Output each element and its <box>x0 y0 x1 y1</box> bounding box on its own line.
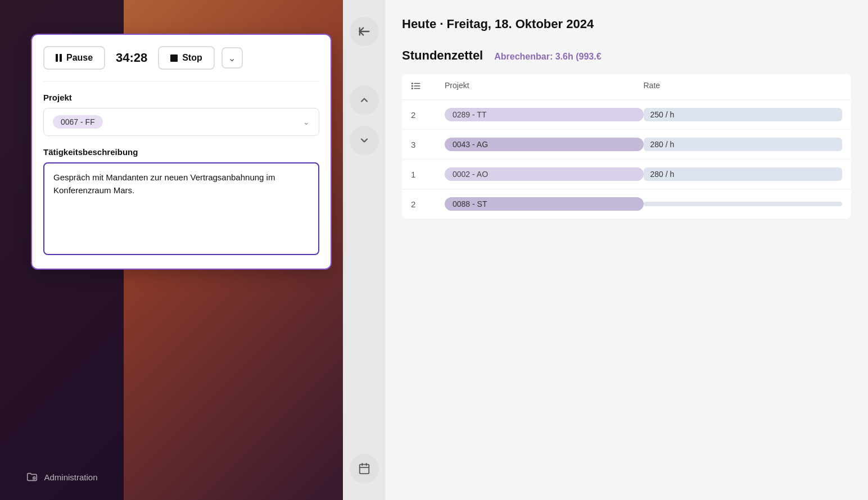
chevron-down-icon <box>359 135 370 146</box>
project-label: Projekt <box>43 93 319 102</box>
stop-icon <box>170 54 178 62</box>
svg-point-12 <box>412 85 413 87</box>
stop-label: Stop <box>182 53 202 63</box>
svg-point-11 <box>412 83 413 84</box>
stop-button[interactable]: Stop <box>158 46 215 70</box>
chevron-up-icon <box>359 94 370 106</box>
row-num: 2 <box>411 110 445 120</box>
select-chevron-icon: ⌄ <box>303 117 310 126</box>
timer-popup: Pause 34:28 Stop ⌄ Projekt 0067 - FF ⌄ T… <box>31 34 332 270</box>
svg-point-13 <box>412 88 413 89</box>
pause-label: Pause <box>66 53 93 63</box>
table-row[interactable]: 2 0088 - ST <box>402 189 851 219</box>
table-row[interactable]: 3 0043 - AG 280 / h <box>402 130 851 160</box>
section-header: Stundenzettel Abrechenbar: 3.6h (993.€ <box>402 48 851 63</box>
project-select[interactable]: 0067 - FF ⌄ <box>43 108 319 136</box>
table-row[interactable]: 2 0289 - TT 250 / h <box>402 100 851 130</box>
expand-button[interactable]: ⌄ <box>221 47 243 69</box>
description-label: Tätigkeitsbeschreibung <box>43 147 319 157</box>
timer-toolbar: Pause 34:28 Stop ⌄ <box>43 46 319 70</box>
project-badge: 0088 - ST <box>445 197 644 211</box>
row-num: 1 <box>411 170 445 179</box>
header-separator: · <box>440 17 446 31</box>
date-header: Heute · Freitag, 18. Oktober 2024 <box>402 17 851 31</box>
project-badge: 0289 - TT <box>445 108 644 121</box>
header-date: Freitag, 18. Oktober 2024 <box>446 17 594 31</box>
folder-gear-icon <box>26 471 38 483</box>
project-select-value: 0067 - FF <box>53 115 103 129</box>
chevron-down-icon: ⌄ <box>228 53 236 63</box>
billable-info: Abrechenbar: 3.6h (993.€ <box>494 52 601 62</box>
rate-badge: 280 / h <box>644 138 843 151</box>
timer-display: 34:28 <box>112 51 151 65</box>
today-label: Heute <box>402 17 436 31</box>
col-rate: Rate <box>644 81 843 93</box>
list-icon <box>411 81 421 91</box>
rate-badge <box>644 202 843 206</box>
back-button[interactable] <box>350 17 379 46</box>
calendar-icon <box>358 462 370 475</box>
time-table: Projekt Rate 2 0289 - TT 250 / h 3 0043 … <box>402 74 851 219</box>
section-title: Stundenzettel <box>402 48 483 63</box>
down-button[interactable] <box>350 126 379 155</box>
svg-point-0 <box>33 477 35 479</box>
nav-column <box>343 0 385 500</box>
description-field: Tätigkeitsbeschreibung Gespräch mit Mand… <box>43 147 319 257</box>
pause-icon <box>56 54 62 62</box>
sidebar-admin-item[interactable]: Administration <box>26 471 97 483</box>
col-projekt: Projekt <box>445 81 644 93</box>
svg-rect-4 <box>359 465 369 474</box>
pause-button[interactable]: Pause <box>43 46 105 70</box>
description-textarea[interactable]: Gespräch mit Mandanten zur neuen Vertrag… <box>43 162 319 255</box>
project-badge: 0002 - AO <box>445 167 644 181</box>
main-content: Heute · Freitag, 18. Oktober 2024 Stunde… <box>385 0 868 500</box>
divider <box>43 81 319 81</box>
table-icon-col <box>411 81 445 93</box>
rate-badge: 250 / h <box>644 108 843 121</box>
project-badge: 0043 - AG <box>445 138 644 151</box>
project-field: Projekt 0067 - FF ⌄ <box>43 93 319 136</box>
row-num: 3 <box>411 140 445 149</box>
rate-badge: 280 / h <box>644 167 843 181</box>
table-header: Projekt Rate <box>402 74 851 100</box>
up-button[interactable] <box>350 85 379 115</box>
calendar-button[interactable] <box>350 454 379 483</box>
table-row[interactable]: 1 0002 - AO 280 / h <box>402 160 851 189</box>
sidebar-admin-label: Administration <box>44 472 97 482</box>
arrow-left-icon <box>358 25 370 38</box>
row-num: 2 <box>411 199 445 209</box>
